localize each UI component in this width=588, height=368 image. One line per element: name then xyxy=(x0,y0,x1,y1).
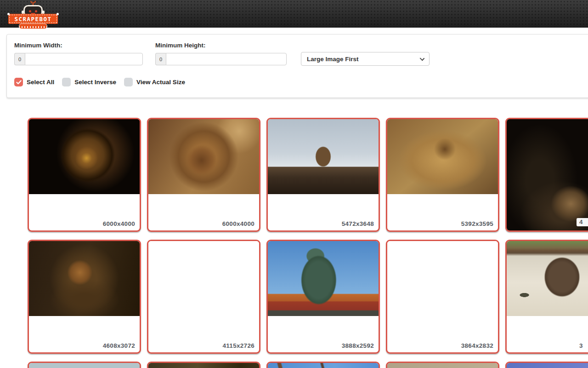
image-size-label: 5472x3648 xyxy=(342,220,374,227)
select-all-checkbox[interactable]: Select All xyxy=(14,78,54,86)
image-card[interactable] xyxy=(28,362,141,368)
sort-select[interactable]: Large Image First xyxy=(301,52,430,66)
image-card[interactable]: 5472x3648 xyxy=(266,118,380,232)
image-thumbnail[interactable] xyxy=(507,363,588,368)
image-thumbnail[interactable] xyxy=(148,241,259,316)
image-card[interactable]: 4608x3072 xyxy=(28,240,141,354)
scrapebot-logo: SCRAPEBOT xyxy=(8,2,58,27)
sort-select-wrap: Large Image First xyxy=(301,52,430,66)
image-size-label: 6000x4000 xyxy=(103,220,135,227)
image-card[interactable] xyxy=(386,362,499,368)
image-card[interactable]: 3888x2592 xyxy=(266,240,380,354)
robot-antenna-icon xyxy=(33,2,34,5)
image-thumbnail[interactable] xyxy=(29,119,140,194)
image-thumbnail[interactable] xyxy=(507,241,588,316)
image-card[interactable]: 3864x2832 xyxy=(386,240,499,354)
scrapebot-popup: SCRAPEBOT Minimum Width: 0 Minimum Heigh… xyxy=(0,0,588,368)
checkbox-box[interactable] xyxy=(62,78,71,86)
image-card[interactable]: 4 xyxy=(505,118,588,232)
min-height-addon: 0 xyxy=(155,53,166,65)
min-height-group: Minimum Height: 0 xyxy=(155,42,287,65)
image-thumbnail[interactable] xyxy=(268,363,379,368)
image-size-label: 4115x2726 xyxy=(222,342,254,349)
image-card[interactable] xyxy=(266,362,380,368)
image-size-label: 3 xyxy=(579,342,583,349)
logo-banner: SCRAPEBOT xyxy=(8,14,58,24)
image-size-label: 4 xyxy=(577,218,588,226)
select-inverse-checkbox[interactable]: Select Inverse xyxy=(62,78,116,86)
min-height-label: Minimum Height: xyxy=(155,42,287,49)
image-size-label: 5392x3595 xyxy=(461,220,493,227)
image-card[interactable]: 5392x3595 xyxy=(386,118,499,232)
image-thumbnail[interactable] xyxy=(268,119,379,194)
image-card[interactable]: 6000x4000 xyxy=(28,118,141,232)
header-bar: SCRAPEBOT xyxy=(0,0,588,28)
image-card[interactable]: 6000x4000 xyxy=(147,118,260,232)
image-card[interactable]: 4115x2726 xyxy=(147,240,260,354)
logo-pill xyxy=(19,23,47,29)
checkbox-row: Select All Select Inverse View Actual Si… xyxy=(14,78,185,86)
min-width-label: Minimum Width: xyxy=(14,42,143,49)
image-card[interactable] xyxy=(505,362,588,368)
image-size-label: 6000x4000 xyxy=(222,220,254,227)
checkbox-box[interactable] xyxy=(124,78,133,86)
image-size-label: 3888x2592 xyxy=(342,342,374,349)
image-thumbnail[interactable] xyxy=(148,119,259,194)
image-size-label: 3864x2832 xyxy=(461,342,493,349)
image-card[interactable]: 3 xyxy=(505,240,588,354)
image-thumbnail[interactable] xyxy=(268,241,379,316)
image-size-label: 4608x3072 xyxy=(103,342,135,349)
min-width-input[interactable] xyxy=(25,53,143,65)
select-inverse-label: Select Inverse xyxy=(74,79,116,86)
image-thumbnail[interactable] xyxy=(387,119,498,194)
image-thumbnail[interactable] xyxy=(29,241,140,316)
image-thumbnail[interactable] xyxy=(29,363,140,368)
image-card[interactable] xyxy=(147,362,260,368)
min-width-group: Minimum Width: 0 xyxy=(14,42,143,65)
min-height-input[interactable] xyxy=(166,53,287,65)
image-thumbnail[interactable] xyxy=(387,363,498,368)
view-actual-size-label: View Actual Size xyxy=(136,79,185,86)
logo-text: SCRAPEBOT xyxy=(14,16,51,23)
image-grid: 6000x40006000x40005472x36485392x35954460… xyxy=(28,118,588,368)
min-width-addon: 0 xyxy=(14,53,25,65)
filter-panel: Minimum Width: 0 Minimum Height: 0 Large… xyxy=(6,34,588,98)
select-all-label: Select All xyxy=(27,79,54,86)
check-icon xyxy=(16,80,22,85)
view-actual-size-checkbox[interactable]: View Actual Size xyxy=(124,78,185,86)
image-thumbnail[interactable] xyxy=(148,363,259,368)
image-thumbnail[interactable] xyxy=(507,119,588,230)
image-thumbnail[interactable] xyxy=(387,241,498,316)
checkbox-box[interactable] xyxy=(14,78,23,86)
